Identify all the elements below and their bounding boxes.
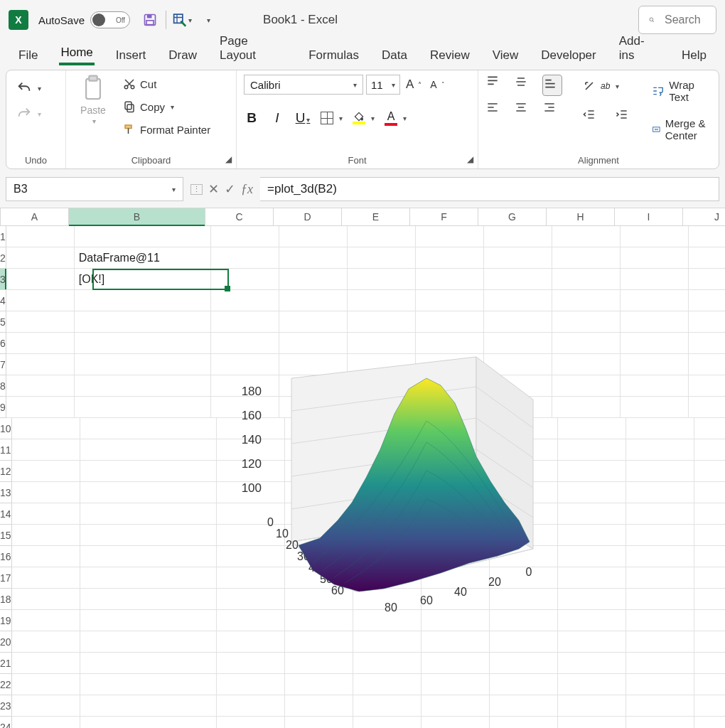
cell-H5[interactable] [552, 311, 621, 333]
increase-font-button[interactable]: A˄ [403, 76, 424, 93]
cell-J6[interactable] [689, 333, 725, 354]
row-header-12[interactable]: 12 [0, 461, 12, 482]
cell-G23[interactable] [490, 695, 558, 717]
align-top-button[interactable] [485, 75, 505, 96]
cell-F23[interactable] [421, 695, 490, 717]
cell-G2[interactable] [484, 247, 552, 269]
cell-C23[interactable] [217, 695, 285, 717]
fill-color-button[interactable]: ▾ [353, 112, 375, 124]
cell-H24[interactable] [558, 717, 626, 728]
cancel-formula-icon[interactable]: ✕ [208, 181, 219, 197]
tab-formulas[interactable]: Formulas [307, 46, 360, 65]
decrease-indent-button[interactable] [579, 106, 599, 123]
row-header-19[interactable]: 19 [0, 610, 12, 631]
cell-C24[interactable] [217, 717, 285, 728]
font-color-button[interactable]: A▾ [385, 110, 407, 126]
qat-custom-icon[interactable]: ▾ [172, 10, 192, 30]
cell-A6[interactable] [6, 333, 75, 354]
cell-C1[interactable] [211, 226, 279, 247]
dialog-launcher-icon[interactable]: ◢ [467, 154, 473, 164]
cell-D20[interactable] [285, 631, 353, 653]
col-header-G[interactable]: G [478, 208, 547, 225]
wrap-text-button[interactable]: Wrap Text [649, 77, 711, 105]
cell-B17[interactable] [80, 567, 217, 589]
cell-H21[interactable] [558, 653, 626, 674]
cell-D1[interactable] [279, 226, 348, 247]
row-header-17[interactable]: 17 [0, 567, 12, 589]
cell-I11[interactable] [626, 439, 694, 461]
row-header-3[interactable]: 3 [0, 269, 6, 290]
cell-A18[interactable] [12, 589, 80, 610]
cell-J16[interactable] [694, 546, 725, 567]
col-header-H[interactable]: H [547, 208, 615, 225]
col-header-I[interactable]: I [615, 208, 683, 225]
align-left-button[interactable] [485, 100, 505, 122]
cell-C5[interactable] [211, 311, 279, 333]
name-box[interactable]: B3▾ [6, 177, 183, 201]
paste-button[interactable]: Paste ▾ [73, 75, 113, 125]
tab-home[interactable]: Home [59, 43, 94, 65]
cell-J7[interactable] [689, 354, 725, 375]
cell-A1[interactable] [6, 226, 75, 247]
cell-I4[interactable] [621, 290, 689, 311]
cell-H6[interactable] [552, 333, 621, 354]
font-size-select[interactable]: 11▾ [366, 75, 400, 95]
cell-I13[interactable] [626, 482, 694, 503]
cell-H19[interactable] [558, 610, 626, 631]
autosave-toggle[interactable]: Off [90, 11, 130, 28]
cell-B4[interactable] [75, 290, 211, 311]
cell-B19[interactable] [80, 610, 217, 631]
cell-H10[interactable] [558, 418, 626, 439]
cell-J14[interactable] [694, 503, 725, 525]
cell-E20[interactable] [353, 631, 421, 653]
cell-B24[interactable] [80, 717, 217, 728]
cell-J10[interactable] [694, 418, 725, 439]
cell-C20[interactable] [217, 631, 285, 653]
cell-A5[interactable] [6, 311, 75, 333]
cell-I18[interactable] [626, 589, 694, 610]
cell-B13[interactable] [80, 482, 217, 503]
align-middle-button[interactable] [514, 75, 534, 96]
cell-J9[interactable] [689, 397, 725, 418]
cut-button[interactable]: Cut [120, 76, 213, 92]
cell-A10[interactable] [12, 418, 80, 439]
merge-center-button[interactable]: Merge & Center [649, 116, 711, 143]
italic-button[interactable]: I [269, 110, 285, 126]
cell-I23[interactable] [626, 695, 694, 717]
cell-F22[interactable] [421, 674, 490, 695]
cell-J17[interactable] [694, 567, 725, 589]
cell-A13[interactable] [12, 482, 80, 503]
cell-B6[interactable] [75, 333, 211, 354]
cell-G4[interactable] [484, 290, 552, 311]
cell-E2[interactable] [348, 247, 416, 269]
cell-E5[interactable] [348, 311, 416, 333]
tab-help[interactable]: Help [680, 46, 708, 65]
cell-H9[interactable] [552, 397, 621, 418]
cell-H13[interactable] [558, 482, 626, 503]
cell-H4[interactable] [552, 290, 621, 311]
cell-J20[interactable] [694, 631, 725, 653]
cell-H12[interactable] [558, 461, 626, 482]
cell-B5[interactable] [75, 311, 211, 333]
col-header-B[interactable]: B [69, 208, 205, 225]
col-header-E[interactable]: E [342, 208, 410, 225]
save-icon[interactable] [140, 10, 160, 30]
row-header-15[interactable]: 15 [0, 525, 12, 546]
cell-I9[interactable] [621, 397, 689, 418]
cell-H14[interactable] [558, 503, 626, 525]
row-header-14[interactable]: 14 [0, 503, 12, 525]
col-header-A[interactable]: A [1, 208, 69, 225]
orientation-button[interactable]: ab▾ [579, 77, 632, 95]
cell-H8[interactable] [552, 375, 621, 397]
borders-button[interactable]: ▾ [321, 112, 343, 124]
cell-I15[interactable] [626, 525, 694, 546]
cell-H22[interactable] [558, 674, 626, 695]
row-header-4[interactable]: 4 [0, 290, 6, 311]
cell-H11[interactable] [558, 439, 626, 461]
cell-I24[interactable] [626, 717, 694, 728]
align-center-button[interactable] [514, 100, 534, 122]
increase-indent-button[interactable] [612, 106, 632, 123]
cell-I3[interactable] [621, 269, 689, 290]
cell-A16[interactable] [12, 546, 80, 567]
cell-B15[interactable] [80, 525, 217, 546]
